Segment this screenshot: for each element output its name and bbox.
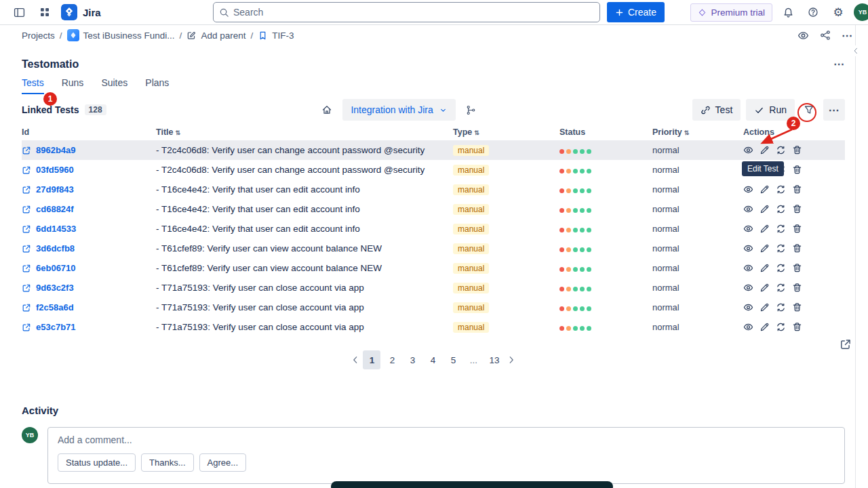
view-icon[interactable] xyxy=(743,302,753,312)
run-button[interactable]: Run xyxy=(746,99,795,121)
quick-reply-status-update[interactable]: Status update... xyxy=(58,453,136,472)
edit-icon[interactable] xyxy=(760,263,770,273)
view-icon[interactable] xyxy=(743,184,753,195)
delete-icon[interactable] xyxy=(792,263,802,273)
test-id-link[interactable]: e53c7b71 xyxy=(36,322,76,332)
table-row[interactable]: 27d9f843 - T16ce4e42: Verify that user c… xyxy=(22,180,845,199)
external-link-icon[interactable] xyxy=(22,283,31,293)
issue-more-icon[interactable]: ⋯ xyxy=(842,29,853,42)
create-button[interactable]: Create xyxy=(607,2,665,22)
link-test-button[interactable]: Test xyxy=(692,99,741,121)
col-type[interactable]: Type⇅ xyxy=(453,127,559,137)
delete-icon[interactable] xyxy=(792,302,802,312)
test-id-link[interactable]: cd68824f xyxy=(36,204,74,214)
user-avatar[interactable]: YB xyxy=(854,3,868,21)
watch-eye-icon[interactable] xyxy=(797,30,809,41)
home-icon[interactable] xyxy=(318,101,336,119)
external-link-icon[interactable] xyxy=(22,205,31,214)
view-icon[interactable] xyxy=(743,145,753,155)
branch-icon[interactable] xyxy=(462,101,480,119)
edit-icon[interactable] xyxy=(760,184,770,195)
external-link-icon[interactable] xyxy=(22,303,31,312)
sync-icon[interactable] xyxy=(776,184,786,195)
table-row[interactable]: 6dd14533 - T16ce4e42: Verify that user c… xyxy=(22,219,845,239)
view-icon[interactable] xyxy=(743,322,753,332)
view-icon[interactable] xyxy=(743,224,753,234)
settings-gear-icon[interactable]: ⚙ xyxy=(829,3,848,22)
external-link-icon[interactable] xyxy=(22,323,31,332)
edit-icon[interactable] xyxy=(760,322,770,332)
delete-icon[interactable] xyxy=(792,243,802,253)
page-3[interactable]: 3 xyxy=(403,350,421,369)
tab-suites[interactable]: Suites xyxy=(101,77,127,94)
test-id-link[interactable]: f2c58a6d xyxy=(36,302,74,312)
table-row[interactable]: 9d63c2f3 - T71a75193: Verify user can cl… xyxy=(22,278,845,298)
breadcrumb-project-link[interactable]: Test iBusiness Fundi... xyxy=(67,29,175,41)
external-link-icon[interactable] xyxy=(22,185,31,195)
add-parent-button[interactable]: Add parent xyxy=(186,30,245,41)
col-priority[interactable]: Priority⇅ xyxy=(652,127,743,137)
global-search[interactable] xyxy=(213,2,600,22)
integration-dropdown[interactable]: Integration with Jira xyxy=(342,99,455,121)
test-id-link[interactable]: 27d9f843 xyxy=(36,184,74,195)
table-row[interactable]: 3d6dcfb8 - T61cfef89: Verify user can vi… xyxy=(22,239,845,258)
delete-icon[interactable] xyxy=(792,184,802,195)
view-icon[interactable] xyxy=(743,243,753,253)
delete-icon[interactable] xyxy=(792,204,802,214)
external-link-icon[interactable] xyxy=(22,244,31,253)
quick-reply-thanks[interactable]: Thanks... xyxy=(141,453,193,472)
test-id-link[interactable]: 3d6dcfb8 xyxy=(36,243,75,253)
help-icon[interactable] xyxy=(804,3,823,22)
sync-icon[interactable] xyxy=(776,322,786,332)
col-status[interactable]: Status xyxy=(559,127,652,137)
notifications-bell-icon[interactable] xyxy=(778,3,797,22)
delete-icon[interactable] xyxy=(792,224,802,234)
col-title[interactable]: Title⇅ xyxy=(156,127,453,137)
table-row[interactable]: e53c7b71 - T71a75193: Verify user can cl… xyxy=(22,317,845,337)
page-5[interactable]: 5 xyxy=(444,350,462,369)
edit-icon[interactable] xyxy=(760,243,770,253)
sync-icon[interactable] xyxy=(776,243,786,253)
view-icon[interactable] xyxy=(743,204,753,214)
delete-icon[interactable] xyxy=(792,283,802,293)
col-id[interactable]: Id xyxy=(22,127,156,137)
share-icon[interactable] xyxy=(820,30,831,41)
test-id-link[interactable]: 6dd14533 xyxy=(36,224,76,234)
sidebar-toggle-button[interactable] xyxy=(9,3,28,22)
delete-icon[interactable] xyxy=(792,165,802,175)
jira-logo[interactable] xyxy=(61,4,77,20)
edit-icon[interactable] xyxy=(760,224,770,234)
table-row[interactable]: f2c58a6d - T71a75193: Verify user can cl… xyxy=(22,298,845,317)
sync-icon[interactable] xyxy=(776,204,786,214)
tab-tests[interactable]: Tests xyxy=(22,77,44,94)
table-row[interactable]: 03fd5960 - T2c4c06d8: Verify user can ch… xyxy=(22,160,845,180)
view-icon[interactable] xyxy=(743,283,753,293)
pagination-prev-icon[interactable] xyxy=(351,355,360,365)
page-13[interactable]: 13 xyxy=(485,350,503,369)
tab-runs[interactable]: Runs xyxy=(62,77,84,94)
toolbar-more-icon[interactable]: ⋯ xyxy=(823,99,845,121)
search-input[interactable] xyxy=(233,7,594,18)
edit-icon[interactable] xyxy=(760,204,770,214)
comment-box[interactable]: Status update... Thanks... Agree... xyxy=(47,427,845,484)
table-row[interactable]: 6eb06710 - T61cfef89: Verify user can vi… xyxy=(22,258,845,278)
comment-input[interactable] xyxy=(58,434,835,445)
external-link-icon[interactable] xyxy=(22,146,31,155)
breadcrumb-issue-key[interactable]: TIF-3 xyxy=(258,30,294,41)
quick-reply-agree[interactable]: Agree... xyxy=(199,453,247,472)
breadcrumb-projects-link[interactable]: Projects xyxy=(22,30,55,41)
sync-icon[interactable] xyxy=(776,283,786,293)
page-1[interactable]: 1 xyxy=(363,350,380,369)
table-row[interactable]: cd68824f - T16ce4e42: Verify that user c… xyxy=(22,199,845,219)
edit-icon[interactable] xyxy=(760,302,770,312)
collapse-panel-icon[interactable] xyxy=(850,45,861,56)
delete-icon[interactable] xyxy=(792,322,802,332)
table-row[interactable]: 8962b4a9 - T2c4c06d8: Verify user can ch… xyxy=(22,140,845,160)
panel-more-icon[interactable]: ⋯ xyxy=(833,58,845,70)
sync-icon[interactable] xyxy=(776,302,786,312)
premium-trial-button[interactable]: Premium trial xyxy=(690,3,772,22)
edit-icon[interactable] xyxy=(760,283,770,293)
export-icon[interactable] xyxy=(840,338,852,350)
test-id-link[interactable]: 8962b4a9 xyxy=(36,145,76,155)
external-link-icon[interactable] xyxy=(22,224,31,234)
